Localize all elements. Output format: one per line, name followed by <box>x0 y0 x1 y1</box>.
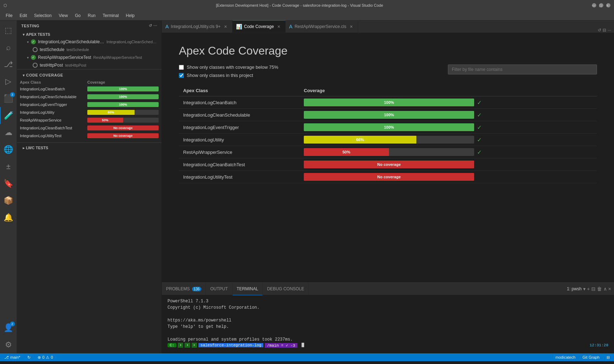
sidebar-cov-row-3[interactable]: IntegrationLogUtility 66% <box>17 108 161 116</box>
lwc-tests-header[interactable]: ▸ LWC TESTS <box>17 144 161 151</box>
tab-close-icon[interactable]: × <box>223 24 229 29</box>
bar-track: 100% <box>304 99 474 106</box>
tab-integration-log-utility[interactable]: A IntegrationLogUtility.cls 9+ × <box>162 20 232 33</box>
menu-edit[interactable]: Edit <box>17 12 30 19</box>
sidebar-cov-row-5[interactable]: IntegrationLogCleanBatchTest No coverage <box>17 124 161 132</box>
filter-area <box>448 65 597 74</box>
menu-view[interactable]: View <box>56 12 71 19</box>
menu-file[interactable]: File <box>3 12 15 19</box>
terminal-tab-debug[interactable]: DEBUG CONSOLE <box>263 283 309 295</box>
expand-icon: ▾ <box>27 56 29 60</box>
search-icon[interactable]: ⌕ <box>0 39 17 56</box>
salesforce-icon[interactable]: ☁ <box>0 124 17 141</box>
checkbox-below-75[interactable] <box>179 65 184 70</box>
status-git-graph[interactable]: Git Graph <box>581 355 601 360</box>
sidebar-cov-row-6[interactable]: IntegrationLogUtilityTest No coverage <box>17 132 161 140</box>
close-button[interactable]: × <box>606 3 610 7</box>
col-apex-class: Apex Class <box>20 80 87 84</box>
sidebar-title: TESTING <box>21 24 39 28</box>
maximize-panel-icon[interactable]: ∧ <box>603 286 607 292</box>
settings-icon[interactable]: ⚙ <box>0 336 17 353</box>
option-below-75[interactable]: Show only classes with coverage below 75… <box>179 65 278 70</box>
more-actions-icon[interactable]: ··· <box>153 23 157 28</box>
minimize-button[interactable]: ─ <box>592 3 596 7</box>
test-label-secondary: testSchedule <box>66 47 89 52</box>
tab-split-icon[interactable]: ⊟ <box>603 28 606 33</box>
shell-dropdown-icon[interactable]: ▾ <box>583 286 586 292</box>
menu-help[interactable]: Help <box>123 12 138 19</box>
table-row[interactable]: IntegrationLogUtilityTest No coverage <box>179 171 597 183</box>
table-row[interactable]: IntegrationLogEventTrigger 100% ✓ <box>179 121 597 134</box>
checkbox-project-only[interactable] <box>179 73 184 78</box>
tab-close-icon[interactable]: × <box>276 24 282 29</box>
status-branch[interactable]: ⎇ main* <box>3 355 22 360</box>
shell-selector[interactable]: 1: pwsh <box>567 286 581 291</box>
diff-icon[interactable]: ± <box>0 158 17 175</box>
tab-more-icon[interactable]: ··· <box>608 28 611 33</box>
add-terminal-icon[interactable]: + <box>587 286 590 292</box>
coverage-col-headers: Apex Class Coverage <box>17 79 161 85</box>
code-coverage-header[interactable]: ▾ CODE COVERAGE <box>17 71 161 79</box>
account-icon[interactable]: 👤 2 <box>0 319 17 336</box>
expand-icon: ▾ <box>27 40 29 44</box>
split-terminal-icon[interactable]: ⊟ <box>591 286 596 292</box>
branch-name: main* <box>10 355 20 359</box>
terminal-tab-terminal[interactable]: TERMINAL <box>232 283 263 295</box>
sidebar-cov-row-1[interactable]: IntegrationLogCleanSchedulable 100% <box>17 93 161 101</box>
explorer-icon[interactable]: ⬚ <box>0 22 17 39</box>
table-row[interactable]: IntegrationLogCleanBatchTest No coverage <box>179 158 597 171</box>
sidebar-cov-row-4[interactable]: RestApiWrapperService 50% <box>17 116 161 124</box>
menu-selection[interactable]: Selection <box>31 12 54 19</box>
table-row[interactable]: RestApiWrapperService 50% ✓ <box>179 146 597 158</box>
org-browser-icon[interactable]: 🌐 <box>0 141 17 158</box>
tab-code-coverage[interactable]: 📊 Code Coverage × <box>232 20 286 33</box>
table-row[interactable]: IntegrationLogCleanBatch 100% ✓ <box>179 96 597 109</box>
test-item-integration-log-clean[interactable]: ▾ ✓ IntegrationLogCleanSchedulableTest I… <box>17 38 161 46</box>
filter-input[interactable] <box>448 65 597 74</box>
test-item-rest-api[interactable]: ▾ ✓ RestApiWrapperServiceTest RestApiWra… <box>17 54 161 61</box>
kill-terminal-icon[interactable]: 🗑 <box>597 286 602 292</box>
sidebar-cov-row-2[interactable]: IntegrationLogEventTrigger 100% <box>17 101 161 108</box>
status-user[interactable]: modicatech <box>554 355 577 360</box>
cov-bar: 100% <box>87 86 159 91</box>
tab-close-icon[interactable]: × <box>349 24 354 29</box>
refresh-icon[interactable]: ↺ <box>149 23 152 28</box>
test-item-testhttppost[interactable]: testHttpPost testHttpPost <box>17 61 161 69</box>
bell-icon[interactable]: 🔔 <box>0 209 17 226</box>
window-controls[interactable]: ─ □ × <box>592 3 610 7</box>
terminal-tab-output[interactable]: OUTPUT <box>206 283 232 295</box>
testing-icon[interactable]: 🧪 <box>0 107 17 124</box>
status-errors[interactable]: ⊗ 0 ⚠ 0 <box>36 355 54 360</box>
term-line: Copyright (c) Microsoft Corporation. <box>168 304 608 311</box>
row-coverage: 100% ✓ <box>300 121 597 134</box>
account-badge: 2 <box>10 321 15 326</box>
bookmark-icon[interactable]: 🔖 <box>0 175 17 192</box>
extensions-icon[interactable]: ⬛ 3 <box>0 90 17 107</box>
table-row[interactable]: IntegrationLogCleanSchedulable 100% ✓ <box>179 109 597 121</box>
term-line: Type 'help' to get help. <box>168 324 608 330</box>
table-row[interactable]: IntegrationLogUtility 66% ✓ <box>179 134 597 146</box>
tab-rest-api-wrapper[interactable]: A RestApiWrapperService.cls × <box>286 20 358 33</box>
menu-run[interactable]: Run <box>85 12 98 19</box>
test-label: RestApiWrapperServiceTest <box>38 55 91 60</box>
maximize-button[interactable]: □ <box>599 3 603 7</box>
extensions-badge: 3 <box>10 92 15 97</box>
bar-track: No coverage <box>304 161 474 168</box>
coverage-table: Apex Class Coverage IntegrationLogCleanB… <box>179 85 597 183</box>
test-label: testHttpPost <box>40 63 63 68</box>
sidebar-cov-row-0[interactable]: IntegrationLogCleanBatch 100% <box>17 85 161 93</box>
term-line: PowerShell 7.1.3 <box>168 298 608 304</box>
status-sync[interactable]: ↻ <box>26 355 32 360</box>
source-control-icon[interactable]: ⎇ <box>0 56 17 73</box>
run-debug-icon[interactable]: ▷ <box>0 73 17 90</box>
option-project-only[interactable]: Show only classes in this project <box>179 73 278 78</box>
apex-tests-section[interactable]: ▾ APEX TESTS <box>17 31 161 38</box>
deploy-icon[interactable]: 📦 <box>0 192 17 209</box>
close-panel-icon[interactable]: × <box>608 286 611 292</box>
test-item-testschedule[interactable]: testSchedule testSchedule <box>17 46 161 54</box>
status-layout[interactable]: ⊟ <box>605 355 611 360</box>
menu-go[interactable]: Go <box>72 12 83 19</box>
terminal-tab-problems[interactable]: PROBLEMS 136 <box>162 283 206 295</box>
menu-terminal[interactable]: Terminal <box>100 12 121 19</box>
tab-refresh-icon[interactable]: ↺ <box>598 28 601 33</box>
